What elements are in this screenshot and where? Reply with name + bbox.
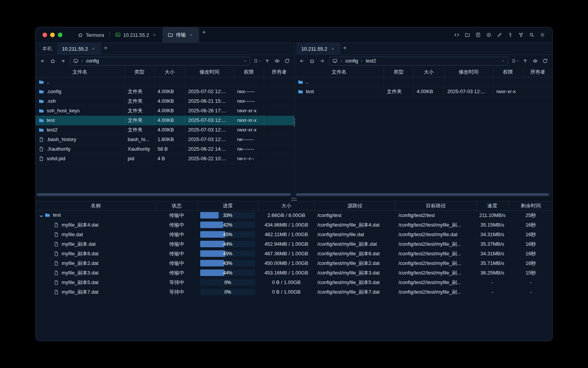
new-panel-tab-button[interactable] [101,43,111,53]
file-permissions-cell: rw------- [234,135,264,144]
file-row[interactable]: .. [36,77,294,87]
file-row[interactable]: .config文件夹4.00KB2025-07-02 12:...rwx----… [36,87,294,96]
file-row[interactable]: .. [295,77,552,87]
path-segment[interactable]: config [345,58,358,64]
chevron-down-icon[interactable] [501,59,505,63]
bookmark-button[interactable] [511,56,520,66]
close-tab-button[interactable] [91,46,96,51]
close-window-button[interactable] [42,33,47,37]
tab-termora[interactable]: Termora [72,27,109,43]
tab-host-session[interactable]: 10.211.55.2 [110,27,163,43]
expand-toggle[interactable] [39,213,44,219]
path-breadcrumb[interactable]: config [70,57,250,66]
new-panel-tab-button[interactable] [340,43,350,53]
column-type[interactable]: 类型 [384,67,413,77]
column-mtime[interactable]: 修改时间 [444,67,493,77]
transfer-row[interactable]: myfile_副本6.dat传输中45%467.36MB / 1.00GB/co… [36,249,552,258]
show-hidden-button[interactable] [531,56,540,66]
close-tab-button[interactable] [152,32,157,38]
folder-button[interactable] [462,30,472,40]
tab-remote-session[interactable]: 10.211.55.2 [296,43,340,54]
file-row[interactable]: test文件夹4.00KB2025-07-03 12:...rwxr-xr-x [295,87,552,96]
progress-label: 0% [200,289,255,295]
search-button[interactable] [527,30,536,40]
column-owner[interactable]: 所有者 [264,67,294,77]
file-row[interactable]: sshd.pidpid4 B2025-06-22 10:...rw-r--r-- [36,154,294,163]
column-target-path[interactable]: 目标路径 [395,201,476,210]
transfer-row[interactable]: test传输中33%2.66GB / 8.00GB/config/test/co… [36,210,552,220]
file-row[interactable]: .XauthorityXauthority58 B2025-06-22 14:.… [36,144,294,154]
transfer-row[interactable]: myfile_副本4.dat传输中42%434.86MB / 1.00GB/co… [36,220,552,230]
column-source-path[interactable]: 源路径 [314,201,395,210]
file-row[interactable]: test文件夹4.00KB2025-07-03 12:...rwxr-xr-x [36,115,294,125]
column-permissions[interactable]: 权限 [234,67,264,77]
transfer-row[interactable]: myfile_副本5.dat等待中0%0 B / 1.00GB/config/t… [36,278,552,287]
settings-button[interactable] [537,30,547,40]
column-progress[interactable]: 进度 [197,201,258,210]
file-row[interactable]: test2文件夹4.00KB2025-07-03 12:...rwxr-xr-x [36,125,294,135]
bookmark-button[interactable] [253,56,262,66]
path-breadcrumb[interactable]: config test2 [329,57,508,66]
horizontal-scrollbar[interactable] [296,193,549,196]
horizontal-splitter[interactable] [36,198,552,201]
column-size[interactable]: 大小 [154,67,185,77]
record-button[interactable] [484,30,493,40]
close-tab-button[interactable] [330,46,335,51]
code-button[interactable] [452,30,461,40]
transfer-eta: 16秒 [508,249,552,258]
tab-transfer[interactable]: 传输 [162,27,199,43]
horizontal-scrollbar[interactable] [37,193,291,196]
key-button[interactable] [505,30,515,40]
tab-remote-session[interactable]: 10.211.55.2 [57,43,101,54]
forward-button[interactable] [58,56,67,66]
home-button[interactable] [307,56,317,66]
column-status[interactable]: 状态 [156,201,197,210]
transfer-row[interactable]: myfile_副本2.dat传输中43%450.00MB / 1.00GB/co… [36,258,552,268]
chevron-down-icon[interactable] [243,59,247,63]
transfer-size: 467.36MB / 1.00GB [258,249,314,258]
home-button[interactable] [48,56,57,66]
column-filename[interactable]: 文件名 [295,67,384,77]
column-eta[interactable]: 剩余时间 [508,201,552,210]
tasks-button[interactable] [473,30,483,40]
show-hidden-button[interactable] [273,56,282,66]
transfer-row[interactable]: myfile_副本7.dat等待中0%0 B / 1.00GB/config/t… [36,287,552,297]
back-button[interactable] [38,56,47,66]
file-row[interactable]: .ssh文件夹4.00KB2025-06-21 15:...rwx------ [36,96,294,106]
zoom-window-button[interactable] [58,33,62,37]
edit-button[interactable] [495,30,504,40]
column-size[interactable]: 大小 [413,67,444,77]
minimize-window-button[interactable] [50,33,55,37]
column-mtime[interactable]: 修改时间 [185,67,234,77]
transfer-row[interactable]: myfile_副本.dat传输中44%452.94MB / 1.00GB/con… [36,239,552,249]
file-row[interactable]: .bash_historybash_hi...1.60KB2025-07-03 … [36,135,294,144]
transfer-row[interactable]: myfile_副本3.dat传输中44%453.16MB / 1.00GB/co… [36,268,552,278]
up-button[interactable] [521,56,530,66]
refresh-button[interactable] [283,56,292,66]
column-owner[interactable]: 所有者 [523,67,552,77]
file-row[interactable]: ssh_host_keys文件夹4.00KB2025-06-26 17:...r… [36,106,294,115]
column-speed[interactable]: 速度 [476,201,508,210]
column-size[interactable]: 大小 [258,201,314,210]
transfer-eta: 16秒 [508,258,552,268]
transfer-size: 434.86MB / 1.00GB [258,220,314,230]
column-permissions[interactable]: 权限 [493,67,523,77]
vertical-splitter-handle[interactable] [292,116,297,129]
file-permissions-cell [493,77,523,87]
column-filename[interactable]: 文件名 [36,67,124,77]
transfer-row[interactable]: myfile.dat传输中45%462.11MB / 1.00GB/config… [36,230,552,239]
path-segment[interactable]: test2 [366,58,376,64]
up-button[interactable] [263,56,272,66]
forward-button[interactable] [317,56,327,66]
column-name[interactable]: 名称 [36,201,156,210]
file-mtime-cell: 2025-07-03 12:... [185,115,234,125]
tab-local[interactable]: 本机 [37,43,57,54]
close-tab-button[interactable] [188,32,194,38]
new-tab-button[interactable] [199,27,209,37]
column-type[interactable]: 类型 [124,67,154,77]
refresh-button[interactable] [541,56,550,66]
path-segment[interactable]: config [86,58,99,64]
file-mtime-cell: 2025-07-03 12:... [444,87,493,96]
back-button[interactable] [297,56,307,66]
branch-button[interactable] [516,30,526,40]
